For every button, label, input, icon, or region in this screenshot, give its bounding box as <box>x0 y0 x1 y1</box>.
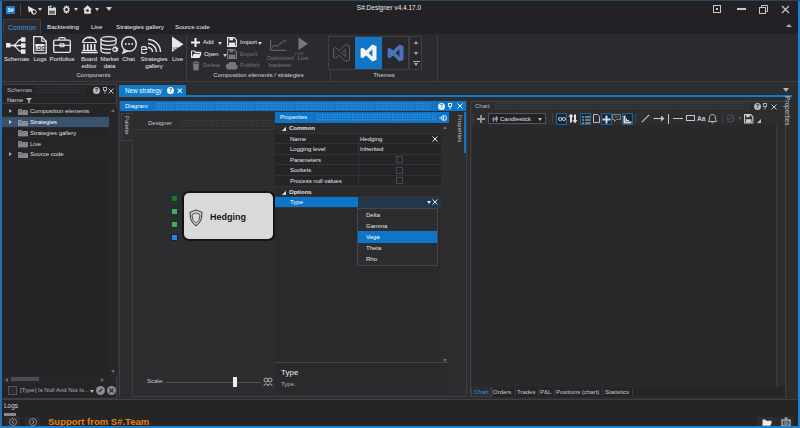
svg-text:LOG: LOG <box>35 46 45 51</box>
svg-text:e: e <box>141 40 148 54</box>
svg-text:LIVE: LIVE <box>173 47 182 51</box>
